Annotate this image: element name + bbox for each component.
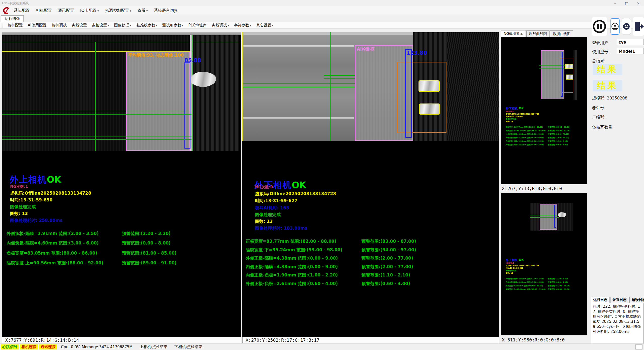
menu-view[interactable]: 查看 [134,6,151,15]
tab-count-label: 负极耳数量: [592,125,614,130]
tool-plc-address-lib[interactable]: PLC地址库 [186,23,209,28]
lower-orange-box [397,62,446,133]
tool-char-params[interactable]: 字符参数 [232,23,254,28]
logout-button[interactable] [633,17,644,36]
measure-green-h3 [2,136,191,136]
ng-view-tabs: NG截图显示 料线曲线图 数据曲线图 [501,30,574,37]
upper-image-top-band [2,32,241,35]
baseline-green-h1 [2,42,241,42]
lower-measure-value: 123.80 [407,50,427,56]
upper-camera-view[interactable]: 平均阈值:93, 动态阈值:100 85.88 外上相机OK NG次数:1 虚拟… [2,32,241,337]
toolbar-grip-handle[interactable] [2,23,3,27]
maximize-button[interactable]: □ [621,0,632,6]
pause-icon [592,19,606,33]
menu-language-switch[interactable]: 系统语言切换 [151,6,181,15]
lower-top-band [243,32,418,35]
close-button[interactable]: × [632,0,644,6]
lower-camera-coords: X:270;Y:2502;R:17;G:17;B:17 [242,337,499,343]
upper-virtual-code: 虚拟码:Offline20250208133134728 [10,190,91,196]
user-button[interactable] [610,18,620,35]
baseline-green-v1 [95,42,96,151]
lower-camera-check-status: 下相机:点检结束 [174,344,202,349]
menu-io-card-config[interactable]: IO卡配置 [77,6,102,15]
menu-light-control-config[interactable]: 光源控制配置 [102,6,134,15]
threshold-overlay-text: 平均阈值:93, 动态阈值:100 [128,52,184,58]
lower-camera-view[interactable]: AI检测框 123.80 外下相机OK NG次数:0 虚拟码:Offline20… [242,32,499,337]
ng-preview-1[interactable]: 外下相机 OK NG次数:0 虚拟码:Offline20250208133134… [501,37,587,184]
ng-preview-1-image [539,50,577,100]
menu-camera-config[interactable]: 相机配置 [33,6,55,15]
upper-camera-ok: OK [47,174,61,185]
lower-process-time: 图像处理耗时: 183.00ms [255,225,307,231]
needle-label: 卷针号: [592,105,605,111]
tool-camera-config[interactable]: 相机配置 [5,23,25,28]
tool-image-processing[interactable]: 图像处理 [112,23,134,28]
lower-measure-box [405,49,412,138]
minimize-button[interactable]: – [609,0,621,6]
virtual-code-line: 虚拟码: 20250208 [592,96,627,101]
menubar: 系统配置 相机配置 通讯配置 IO卡配置 光源控制配置 查看 系统语言切换 [0,6,644,15]
qr-code-label: 二维码: [592,115,605,120]
tab-run-log[interactable]: 运行日志 [591,297,610,303]
tool-offline-debug[interactable]: 离线调试 [209,23,231,28]
ai-detect-box-label: AI检测框 [357,46,374,52]
tool-other-settings[interactable]: 其它设置 [254,23,276,28]
lower-time: 时间:13-31-59-627 [255,198,297,204]
login-user-value[interactable]: cys [617,39,643,45]
tab-material-curve[interactable]: 料线曲线图 [526,30,550,37]
ng-preview-2[interactable]: 外上相机 OK NG次数:1 虚拟码:Offline20250208133134… [501,193,587,335]
logout-icon [633,21,644,32]
upper-camera-check-status: 上相机:点检结束 [140,344,167,349]
menu-comm-config[interactable]: 通讯配置 [55,6,77,15]
app-window: CYS-视觉检测系统 – □ × 系统配置 相机配置 通讯配置 IO卡配置 光源… [0,0,644,350]
upper-camera-result-line: 外上相机OK [10,174,61,186]
result-box-2: 结果 [593,80,622,91]
tab-data-curve[interactable]: 数据曲线图 [550,30,573,37]
statusbar-right-box [635,344,642,349]
statusbar: 心跳信号 相机连接 通讯连接 Cpu: 0.0% Memory: 3424.41… [0,343,644,350]
tool-baseline-params[interactable]: 基准线参数 [134,23,160,28]
lower-virtual-code: 虚拟码:Offline20250208133134728 [255,191,336,197]
login-user-label: 登录用户: [592,40,609,46]
measure-green-h2 [2,114,191,115]
ng-preview-2-image [530,203,573,231]
tab-error-log[interactable]: 错误日志 [629,297,644,303]
tool-camera-debug[interactable]: 相机调试 [49,23,69,28]
result-box-1: 结果 [593,64,622,75]
toolbar: 相机配置 AI使用配置 相机调试 离线设置 点检设置 图像处理 基准线参数 测试… [0,22,644,29]
tool-ai-use-config[interactable]: AI使用配置 [25,23,49,28]
lower-bright-edge2 [243,117,354,119]
tool-spotcheck-settings[interactable]: 点检设置 [89,23,112,28]
upper-loop-count: 圈数: 13 [10,211,28,217]
user-group-button[interactable] [622,18,631,35]
upper-process-time: 图像处理耗时: 258.00ms [10,218,62,223]
tab-run-image[interactable]: 运行图像 [1,15,24,22]
view-tab-strip: 运行图像 [0,15,644,22]
lower-ng-count: NG次数:0 [255,185,273,190]
upper-camera-coords: X:7677;Y:891;R:14;G:14;B:14 [2,337,241,343]
measure-green-h4 [2,139,191,140]
tool-test-item-params[interactable]: 测试项参数 [160,23,186,28]
menu-system-config[interactable]: 系统配置 [11,6,33,15]
window-controls: – □ × [609,0,644,6]
upper-measure-box [184,62,190,149]
lower-tab-foil-2 [419,103,440,115]
pause-button[interactable] [592,17,607,36]
lower-green-v [330,32,331,141]
ng-preview-2-coords: X:311;Y:980;R:0;G:0;B:0 [502,337,565,342]
lower-right-dark [447,32,499,141]
tab-settings-log[interactable]: 设置日志 [610,297,629,303]
model-label: 使用型号: [592,49,609,55]
tab-ng-capture[interactable]: NG截图显示 [501,30,526,37]
measure-green-h1 [2,111,191,111]
lower-tab-foil-1 [418,80,440,92]
lower-loop-count: 圈数: 13 [255,219,273,224]
lower-bright-edge1 [243,45,354,47]
user-icon [611,23,619,30]
model-value[interactable]: Model1 [617,48,643,54]
tool-offline-settings[interactable]: 离线设置 [69,23,89,28]
comm-link-status: 通讯连接 [39,344,57,349]
user-group-icon [623,23,630,30]
run-log-text[interactable]: 耗时: 222, 缺陷检测耗时: 17, 缺陷分类耗时: 0, 缺陷提取分区耗时… [591,303,643,348]
lower-process-done: 图像处理完成 [255,212,281,218]
